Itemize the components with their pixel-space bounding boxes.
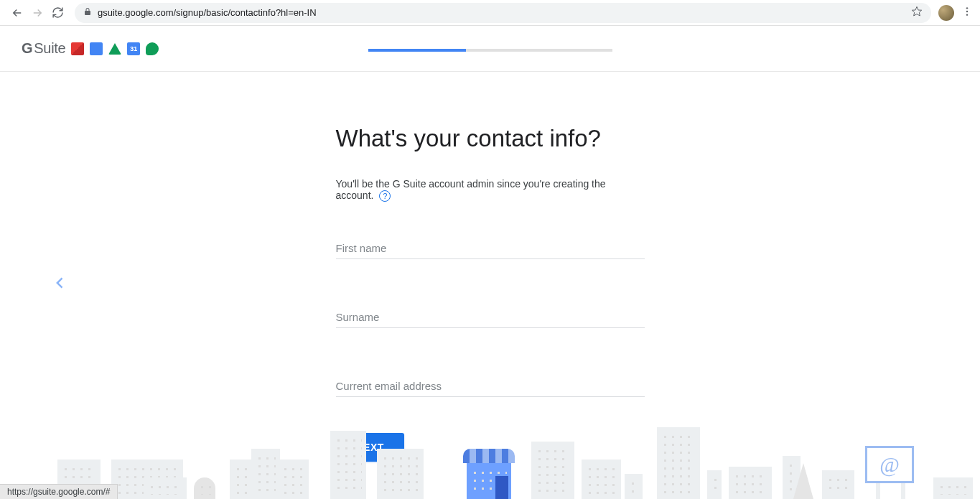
- subtitle-text: You'll be the G Suite account admin sinc…: [336, 178, 606, 201]
- logo-row: GSuite 31: [22, 40, 159, 57]
- svg-point-3: [966, 14, 968, 15]
- calendar-icon: 31: [127, 42, 140, 55]
- first-name-field: [336, 241, 645, 259]
- bookmark-star-icon[interactable]: [911, 6, 923, 19]
- docs-icon: [90, 42, 103, 55]
- lock-icon: [83, 7, 92, 18]
- subtitle: You'll be the G Suite account admin sinc…: [336, 178, 645, 202]
- surname-input[interactable]: [336, 309, 645, 328]
- previous-step-button[interactable]: [53, 273, 67, 298]
- url-text: gsuite.google.com/signup/basic/contactin…: [98, 7, 317, 18]
- email-field: [336, 378, 645, 397]
- address-bar[interactable]: gsuite.google.com/signup/basic/contactin…: [75, 3, 931, 23]
- svg-marker-0: [912, 6, 921, 16]
- page-title: What's your contact info?: [336, 125, 645, 152]
- gsuite-logo: GSuite: [22, 40, 65, 57]
- browser-chrome: gsuite.google.com/signup/basic/contactin…: [0, 0, 980, 26]
- first-name-input[interactable]: [336, 241, 645, 259]
- progress-bar: [368, 49, 612, 52]
- browser-menu-icon[interactable]: [961, 6, 973, 20]
- svg-point-2: [966, 10, 968, 11]
- gmail-icon: [71, 42, 84, 55]
- help-icon[interactable]: ?: [379, 190, 391, 202]
- signup-form: What's your contact info? You'll be the …: [336, 72, 645, 462]
- back-button[interactable]: [7, 3, 27, 23]
- status-bar: https://gsuite.google.com/#: [0, 484, 118, 499]
- main-content: What's your contact info? You'll be the …: [0, 72, 980, 499]
- status-url: https://gsuite.google.com/#: [7, 487, 110, 497]
- drive-icon: [108, 43, 121, 55]
- surname-field: [336, 309, 645, 328]
- next-button[interactable]: NEXT: [336, 433, 404, 462]
- profile-avatar[interactable]: [938, 5, 954, 21]
- reload-button[interactable]: [47, 3, 67, 23]
- email-input[interactable]: [336, 378, 645, 397]
- forward-button[interactable]: [27, 3, 47, 23]
- progress-fill: [368, 49, 466, 52]
- svg-point-1: [966, 7, 968, 9]
- page-header: GSuite 31: [0, 26, 980, 72]
- hangouts-icon: [146, 42, 159, 55]
